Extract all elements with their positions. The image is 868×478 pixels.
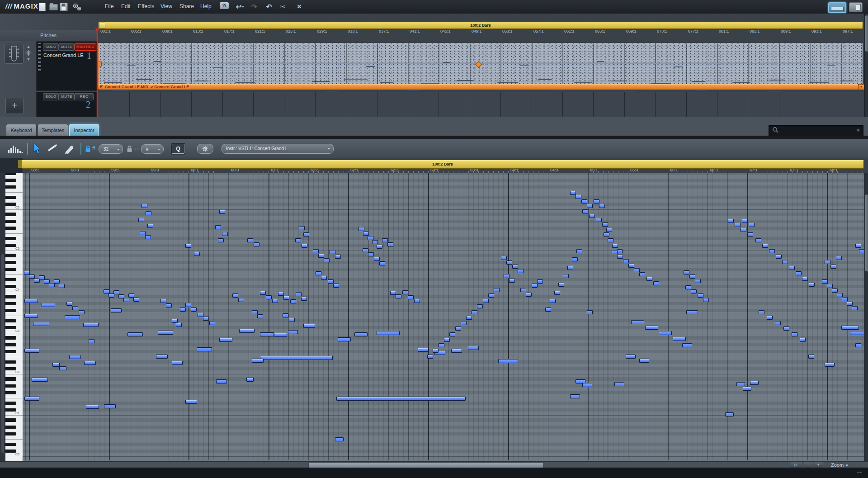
delete-icon[interactable]: × [294,2,305,12]
midi-note[interactable] [572,257,578,261]
midi-note[interactable] [550,299,556,303]
midi-note[interactable] [222,232,228,236]
midi-note[interactable] [156,355,168,359]
track1-midi-rec-button[interactable]: MIDI REC [75,43,96,51]
midi-note[interactable] [247,238,253,242]
midi-note[interactable] [822,279,828,284]
midi-note[interactable] [775,321,781,325]
midi-note[interactable] [842,297,848,301]
zoom-menu[interactable]: Zoom ▼ [831,462,849,468]
midi-note[interactable] [847,302,853,306]
midi-note[interactable] [850,331,864,335]
search-input[interactable]: × [769,125,863,137]
midi-note[interactable] [659,331,672,335]
midi-note[interactable] [198,313,203,317]
midi-note[interactable] [587,310,593,314]
midi-note[interactable] [372,240,378,244]
piano-key-black[interactable] [5,285,16,289]
midi-note[interactable] [741,228,746,232]
track2-solo-button[interactable]: SOLO [43,93,59,100]
midi-note[interactable] [468,346,479,350]
midi-note[interactable] [239,329,255,333]
note-grid[interactable] [23,173,864,460]
midi-note[interactable] [374,257,380,261]
midi-note[interactable] [776,255,782,259]
velocity-view-icon[interactable] [7,144,24,154]
track1-solo-button[interactable]: SOLO [43,43,59,51]
menu-edit[interactable]: Edit [121,3,131,9]
midi-note[interactable] [602,222,608,227]
piano-key-black[interactable] [5,173,16,175]
track2-rec-button[interactable]: REC [75,93,94,100]
length-lock-icon[interactable] [127,146,132,152]
midi-note[interactable] [567,266,573,270]
midi-note[interactable] [402,290,408,294]
midi-note[interactable] [750,381,759,385]
midi-note[interactable] [283,313,288,317]
add-track-button[interactable]: + [5,98,24,114]
midi-note[interactable] [368,252,374,256]
midi-note[interactable] [439,343,444,347]
midi-note[interactable] [698,293,703,298]
midi-note[interactable] [266,295,272,299]
midi-note[interactable] [782,260,788,264]
midi-note[interactable] [832,289,838,293]
midi-note[interactable] [461,321,467,325]
midi-note[interactable] [194,252,200,256]
midi-note[interactable] [24,397,39,401]
midi-note[interactable] [755,238,761,242]
midi-note[interactable] [836,256,842,260]
midi-note[interactable] [506,260,512,265]
midi-note[interactable] [498,359,518,363]
midi-note[interactable] [606,228,612,232]
scissors-icon[interactable]: ✂ [277,2,288,12]
midi-note[interactable] [800,338,806,342]
track-up-icon[interactable]: ▲ [25,44,32,49]
midi-note[interactable] [254,242,259,246]
midi-note[interactable] [246,378,254,382]
midi-note[interactable] [646,277,652,281]
piano-key-black[interactable] [5,261,16,265]
midi-note[interactable] [288,330,298,334]
midi-note[interactable] [260,356,333,360]
piano-key-black[interactable] [5,196,16,199]
midi-note[interactable] [689,274,695,279]
midi-note[interactable] [59,366,66,370]
midi-note[interactable] [449,332,455,336]
midi-note[interactable] [825,260,830,264]
midi-note[interactable] [335,437,344,441]
midi-note[interactable] [142,204,147,208]
midi-note[interactable] [612,250,618,254]
grid-size-select[interactable]: 32▼ [99,144,123,154]
midi-note[interactable] [59,284,65,288]
midi-note[interactable] [825,363,835,367]
new-project-icon[interactable] [39,3,46,11]
midi-note[interactable] [634,268,640,272]
zoom-out-button[interactable]: − [804,462,813,468]
midi-note[interactable] [614,382,624,386]
midi-note[interactable] [24,349,39,353]
horizontal-scrollbar[interactable]: ▷ − + Zoom ▼ [0,461,868,468]
midi-note[interactable] [377,245,382,249]
selection-tool[interactable] [32,143,42,155]
search-clear-icon[interactable]: × [857,127,860,133]
midi-note[interactable] [146,211,151,215]
midi-note[interactable] [232,293,238,298]
midi-note[interactable] [762,244,768,248]
piano-key-black[interactable] [5,227,16,230]
midi-note[interactable] [509,279,515,283]
midi-note[interactable] [841,326,859,330]
midi-note[interactable] [318,254,324,258]
midi-note[interactable] [626,355,636,359]
midi-note[interactable] [554,291,560,295]
midi-note[interactable] [160,299,166,303]
quantize-settings-button[interactable] [197,144,213,154]
midi-note[interactable] [545,308,551,312]
track2-lane[interactable] [97,92,864,118]
timeline-range-bar[interactable]: 100:2 Bars [99,22,863,29]
midi-note[interactable] [789,266,795,270]
menu-share[interactable]: Share [179,3,194,9]
midi-note[interactable] [742,219,748,223]
midi-note[interactable] [558,283,564,287]
midi-note[interactable] [769,249,775,253]
